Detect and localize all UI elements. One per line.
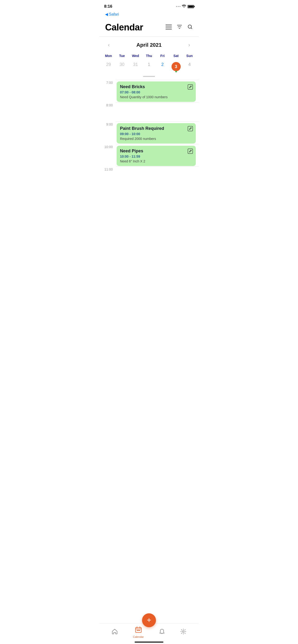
date-1[interactable]: 1 (142, 60, 156, 72)
safari-back[interactable]: ◀ Safari (99, 12, 199, 18)
time-slot-11: 11:00 (99, 166, 199, 190)
date-29[interactable]: 29 (102, 60, 115, 72)
time-label-9: 9:00 (99, 122, 116, 126)
svg-point-3 (188, 25, 192, 28)
date-3[interactable]: 3 (169, 60, 183, 72)
time-label-10: 10:00 (99, 144, 116, 149)
prev-month-button[interactable]: ‹ (106, 41, 112, 49)
day-header-wed: Wed (129, 53, 142, 59)
search-icon[interactable] (187, 24, 193, 31)
date-4[interactable]: 4 (183, 60, 196, 72)
day-header-mon: Mon (102, 53, 115, 59)
slot-content-8 (116, 102, 199, 122)
event-title-need-bricks: Need Bricks (120, 84, 192, 89)
event-paint-brush[interactable]: Paint Brush Required 09:00 - 10:00 Requi… (117, 123, 196, 144)
day-header-fri: Fri (156, 53, 169, 59)
svg-rect-6 (188, 149, 193, 154)
edit-icon-need-bricks[interactable] (188, 84, 193, 91)
svg-rect-4 (188, 84, 193, 89)
time-label-8: 8:00 (99, 102, 116, 107)
event-desc-need-pipes: Need 6" Inch X 2 (120, 159, 192, 163)
date-31[interactable]: 31 (129, 60, 142, 72)
svg-rect-0 (166, 25, 172, 26)
time-label-11: 11:00 (99, 166, 116, 171)
status-time: 8:16 (104, 4, 112, 9)
day-header-sat: Sat (169, 53, 183, 59)
time-label-7: 7:00 (99, 80, 116, 84)
event-time-need-bricks: 07:00 - 08:00 (120, 90, 192, 94)
slot-content-9: Paint Brush Required 09:00 - 10:00 Requi… (116, 122, 199, 144)
edit-icon-need-pipes[interactable] (188, 148, 193, 155)
week-dates: 29 30 31 1 2 3 4 (99, 60, 199, 74)
next-month-button[interactable]: › (186, 41, 192, 49)
timeline-wrapper: 7:00 Need Bricks 07:00 - 08:00 Need Quan… (99, 78, 199, 210)
day-header-sun: Sun (183, 53, 196, 59)
day-header-tue: Tue (115, 53, 129, 59)
svg-rect-5 (188, 126, 193, 131)
signal-icon (176, 6, 181, 7)
filter-icon[interactable] (177, 24, 182, 31)
time-slot-9: 9:00 Paint Brush Required 09:00 - 10:00 … (99, 122, 199, 144)
event-need-bricks[interactable]: Need Bricks 07:00 - 08:00 Need Quantity … (117, 82, 196, 102)
collapse-handle[interactable] (99, 74, 199, 78)
app-header: Calendar (99, 18, 199, 36)
header-actions (166, 24, 193, 31)
event-desc-need-bricks: Need Quantity of 1000 numbers (120, 95, 192, 99)
event-time-need-pipes: 10:00 - 11:59 (120, 154, 192, 158)
wifi-icon (182, 4, 186, 8)
day-header-thu: Thu (142, 53, 156, 59)
event-desc-paint-brush: Required 2000 numbers (120, 137, 192, 141)
svg-rect-2 (166, 29, 172, 30)
event-title-need-pipes: Need Pipes (120, 148, 192, 154)
slot-content-7: Need Bricks 07:00 - 08:00 Need Quantity … (116, 80, 199, 102)
svg-rect-1 (166, 26, 172, 27)
slot-content-10: Need Pipes 10:00 - 11:59 Need 6" Inch X … (116, 144, 199, 166)
slot-content-11 (116, 166, 199, 190)
status-icons (176, 4, 194, 8)
date-30[interactable]: 30 (115, 60, 129, 72)
week-day-headers: Mon Tue Wed Thu Fri Sat Sun (99, 51, 199, 60)
date-2[interactable]: 2 (156, 60, 169, 72)
menu-icon[interactable] (166, 24, 172, 31)
event-time-paint-brush: 09:00 - 10:00 (120, 132, 192, 136)
edit-icon-paint-brush[interactable] (188, 126, 193, 132)
month-title: April 2021 (136, 42, 162, 48)
time-slot-10: 10:00 Need Pipes 10:00 - 11:59 Need 6" I… (99, 144, 199, 166)
event-title-paint-brush: Paint Brush Required (120, 126, 192, 131)
battery-icon (188, 5, 194, 8)
time-slot-7: 7:00 Need Bricks 07:00 - 08:00 Need Quan… (99, 80, 199, 102)
status-bar: 8:16 (99, 0, 199, 12)
timeline: 7:00 Need Bricks 07:00 - 08:00 Need Quan… (99, 78, 199, 210)
time-slot-8: 8:00 (99, 102, 199, 122)
calendar-nav: ‹ April 2021 › (99, 37, 199, 51)
page-title: Calendar (105, 22, 143, 32)
event-need-pipes[interactable]: Need Pipes 10:00 - 11:59 Need 6" Inch X … (117, 146, 196, 166)
